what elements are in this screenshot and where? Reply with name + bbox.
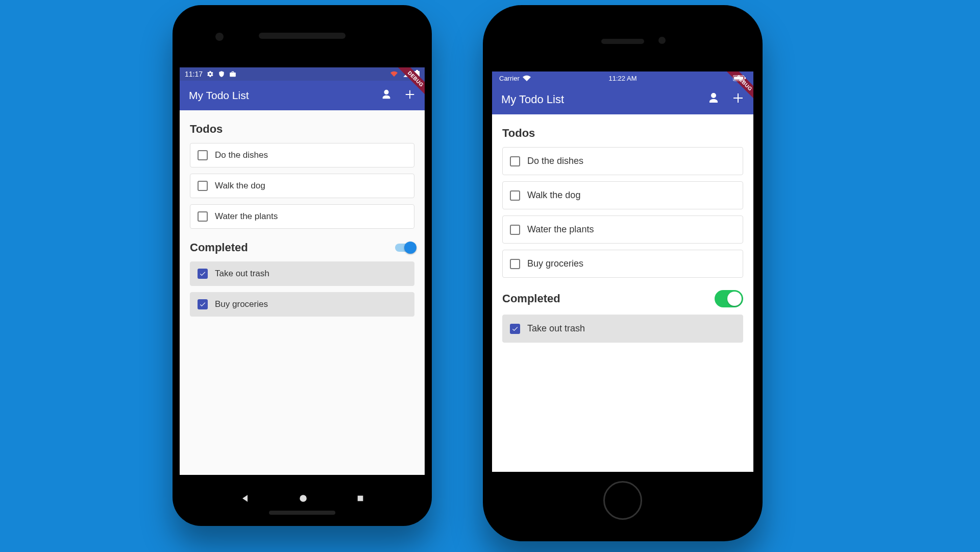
nav-recent-icon[interactable] <box>356 494 364 502</box>
todo-label: Take out trash <box>527 323 585 334</box>
add-button[interactable] <box>404 89 415 103</box>
android-status-bar: 11:17 <box>180 67 425 81</box>
android-phone-frame: 11:17 DEBUG My Todo List <box>173 5 432 526</box>
shield-icon <box>218 70 225 78</box>
briefcase-icon <box>229 70 236 78</box>
todo-label: Take out trash <box>215 269 270 279</box>
checkbox[interactable] <box>510 225 520 235</box>
completed-list: Take out trashBuy groceries <box>190 261 414 317</box>
person-icon <box>707 92 720 104</box>
android-app-bar: DEBUG My Todo List <box>180 81 425 110</box>
todo-label: Walk the dog <box>527 190 580 201</box>
todo-item[interactable]: Walk the dog <box>502 181 743 209</box>
ios-app-bar: DEBUG My Todo List <box>492 85 753 114</box>
app-title: My Todo List <box>501 93 564 106</box>
checkbox[interactable] <box>510 190 520 201</box>
todo-item[interactable]: Do the dishes <box>190 143 414 167</box>
completed-section-title: Completed <box>502 292 560 305</box>
ios-screen: Carrier 11:22 AM DEBUG My Todo List <box>492 71 753 472</box>
ios-phone-frame: Carrier 11:22 AM DEBUG My Todo List <box>483 5 763 541</box>
wifi-icon <box>523 75 531 81</box>
ios-status-bar: Carrier 11:22 AM <box>492 71 753 85</box>
status-time: 11:17 <box>185 70 203 78</box>
completed-toggle[interactable] <box>395 244 414 252</box>
nav-back-icon[interactable] <box>240 493 250 503</box>
todo-label: Water the plants <box>527 224 594 235</box>
add-button[interactable] <box>732 92 744 107</box>
completed-toggle[interactable] <box>715 290 743 307</box>
todo-label: Water the plants <box>215 211 278 222</box>
todo-label: Walk the dog <box>215 181 265 191</box>
todo-item[interactable]: Buy groceries <box>502 250 743 278</box>
completed-section-title: Completed <box>190 241 248 254</box>
todo-item[interactable]: Take out trash <box>190 261 414 286</box>
todo-item[interactable]: Walk the dog <box>190 174 414 198</box>
checkbox[interactable] <box>198 299 208 309</box>
todo-item[interactable]: Take out trash <box>502 315 743 343</box>
profile-button[interactable] <box>381 89 392 103</box>
todo-item[interactable]: Buy groceries <box>190 292 414 317</box>
todo-label: Buy groceries <box>527 258 583 269</box>
checkbox[interactable] <box>510 324 520 334</box>
app-title: My Todo List <box>189 89 249 102</box>
svg-rect-3 <box>745 77 746 79</box>
checkbox[interactable] <box>198 181 208 191</box>
plus-icon <box>732 92 744 104</box>
completed-list: Take out trash <box>502 315 743 343</box>
todo-label: Buy groceries <box>215 299 268 309</box>
todo-item[interactable]: Water the plants <box>190 204 414 229</box>
svg-rect-4 <box>734 77 743 80</box>
checkbox[interactable] <box>198 269 208 279</box>
battery-icon <box>733 75 746 81</box>
person-icon <box>381 89 392 100</box>
todo-item[interactable]: Do the dishes <box>502 147 743 175</box>
todos-section-title: Todos <box>502 127 743 140</box>
todo-label: Do the dishes <box>527 156 583 166</box>
profile-button[interactable] <box>707 92 720 107</box>
todo-label: Do the dishes <box>215 150 268 160</box>
checkbox[interactable] <box>510 156 520 166</box>
todos-list: Do the dishesWalk the dogWater the plant… <box>190 143 414 229</box>
svg-point-0 <box>300 495 307 502</box>
svg-rect-1 <box>358 496 363 501</box>
todos-section-title: Todos <box>190 123 414 136</box>
todos-list: Do the dishesWalk the dogWater the plant… <box>502 147 743 278</box>
status-carrier: Carrier <box>499 75 520 82</box>
nav-home-icon[interactable] <box>299 494 308 503</box>
home-button[interactable] <box>603 481 642 520</box>
plus-icon <box>404 89 415 100</box>
android-screen: 11:17 DEBUG My Todo List <box>180 67 425 475</box>
status-time: 11:22 AM <box>492 75 753 82</box>
checkbox[interactable] <box>198 211 208 222</box>
todo-item[interactable]: Water the plants <box>502 215 743 244</box>
checkbox[interactable] <box>198 150 208 160</box>
checkbox[interactable] <box>510 259 520 269</box>
wifi-icon <box>390 70 398 78</box>
gear-icon <box>207 70 214 78</box>
